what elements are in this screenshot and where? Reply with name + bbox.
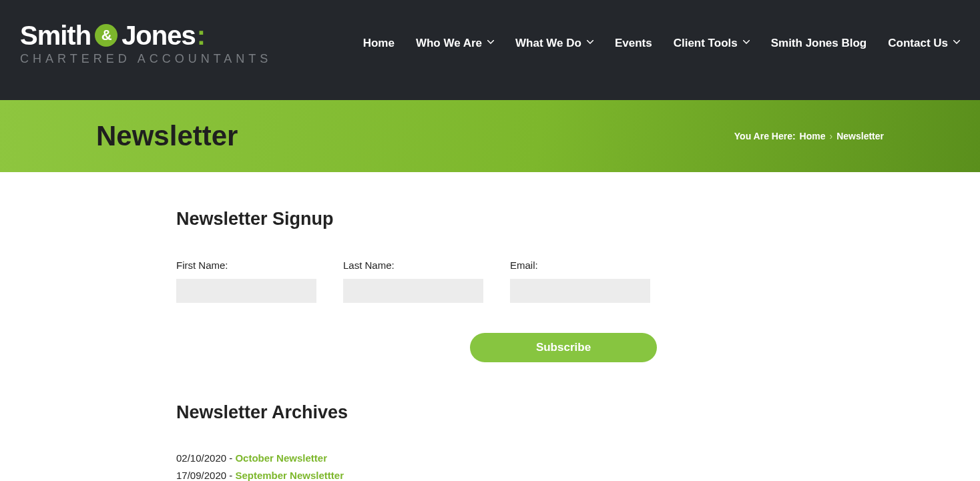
nav-label: Home bbox=[363, 37, 395, 50]
last-name-group: Last Name: bbox=[343, 260, 483, 303]
nav-contact-us[interactable]: Contact Us bbox=[888, 37, 960, 50]
chevron-down-icon bbox=[953, 40, 960, 47]
main-content: Newsletter Signup First Name: Last Name:… bbox=[163, 172, 817, 481]
first-name-group: First Name: bbox=[176, 260, 316, 303]
signup-form-row: First Name: Last Name: Email: bbox=[176, 260, 810, 303]
page-banner: Newsletter You Are Here: Home › Newslett… bbox=[0, 100, 980, 172]
breadcrumb: You Are Here: Home › Newsletter bbox=[734, 131, 884, 141]
archives-heading: Newsletter Archives bbox=[176, 402, 810, 423]
nav-blog[interactable]: Smith Jones Blog bbox=[771, 37, 867, 50]
site-header: Smith & Jones : CHARTERED ACCOUNTANTS Ho… bbox=[0, 0, 980, 100]
chevron-down-icon bbox=[487, 40, 494, 47]
nav-label: What We Do bbox=[515, 37, 581, 50]
nav-home[interactable]: Home bbox=[363, 37, 395, 50]
nav-who-we-are[interactable]: Who We Are bbox=[416, 37, 494, 50]
email-input[interactable] bbox=[510, 279, 650, 303]
nav-label: Contact Us bbox=[888, 37, 948, 50]
archive-sep: - bbox=[226, 470, 235, 481]
chevron-right-icon: › bbox=[830, 131, 833, 141]
first-name-label: First Name: bbox=[176, 260, 316, 271]
archives-section: Newsletter Archives 02/10/2020 - October… bbox=[176, 402, 810, 481]
logo-main: Smith & Jones : bbox=[20, 22, 272, 49]
email-group: Email: bbox=[510, 260, 650, 303]
nav-label: Events bbox=[615, 37, 652, 50]
archive-item: 17/09/2020 - September Newslettter bbox=[176, 467, 810, 482]
ampersand-icon: & bbox=[95, 24, 117, 47]
logo-text-smith: Smith bbox=[20, 22, 91, 49]
nav-label: Client Tools bbox=[674, 37, 738, 50]
archive-item: 02/10/2020 - October Newsletter bbox=[176, 450, 810, 467]
chevron-down-icon bbox=[587, 40, 593, 47]
logo-text-jones: Jones bbox=[121, 22, 196, 49]
site-logo[interactable]: Smith & Jones : CHARTERED ACCOUNTANTS bbox=[20, 22, 272, 65]
nav-events[interactable]: Events bbox=[615, 37, 652, 50]
archive-date: 02/10/2020 bbox=[176, 452, 226, 464]
last-name-label: Last Name: bbox=[343, 260, 483, 271]
archive-link[interactable]: October Newsletter bbox=[235, 452, 327, 464]
breadcrumb-home-link[interactable]: Home bbox=[800, 131, 826, 141]
signup-heading: Newsletter Signup bbox=[176, 209, 810, 229]
breadcrumb-current: Newsletter bbox=[836, 131, 884, 141]
last-name-input[interactable] bbox=[343, 279, 483, 303]
nav-client-tools[interactable]: Client Tools bbox=[674, 37, 750, 50]
chevron-down-icon bbox=[743, 40, 750, 47]
archive-date: 17/09/2020 bbox=[176, 470, 226, 481]
page-title: Newsletter bbox=[96, 120, 238, 152]
logo-colon: : bbox=[197, 22, 205, 49]
subscribe-button[interactable]: Subscribe bbox=[470, 333, 657, 362]
logo-tagline: CHARTERED ACCOUNTANTS bbox=[20, 53, 272, 65]
main-nav: Home Who We Are What We Do Events Client… bbox=[363, 37, 960, 50]
archive-sep: - bbox=[226, 452, 235, 464]
nav-label: Smith Jones Blog bbox=[771, 37, 867, 50]
nav-what-we-do[interactable]: What We Do bbox=[515, 37, 593, 50]
email-label: Email: bbox=[510, 260, 650, 271]
archive-link[interactable]: September Newslettter bbox=[235, 470, 344, 481]
nav-label: Who We Are bbox=[416, 37, 482, 50]
breadcrumb-prefix: You Are Here: bbox=[734, 131, 796, 141]
subscribe-wrap: Subscribe bbox=[176, 333, 657, 362]
first-name-input[interactable] bbox=[176, 279, 316, 303]
